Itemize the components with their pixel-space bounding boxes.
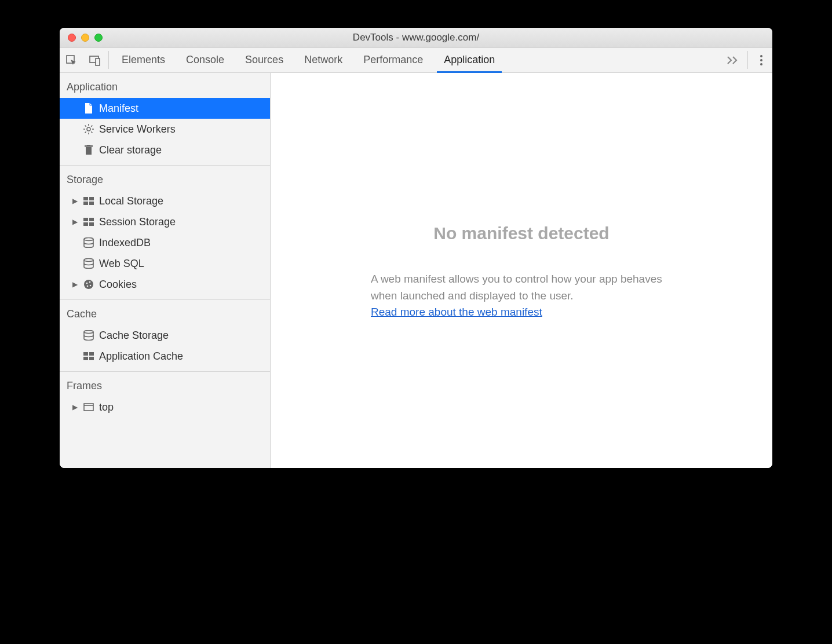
window-icon	[83, 401, 94, 413]
svg-line-13	[85, 131, 86, 133]
close-window-button[interactable]	[68, 34, 76, 42]
device-icon	[89, 54, 100, 66]
svg-rect-20	[83, 202, 88, 205]
read-more-link[interactable]: Read more about the web manifest	[371, 306, 542, 318]
tab-network[interactable]: Network	[294, 47, 353, 72]
description-text: A web manifest allows you to control how…	[371, 273, 662, 302]
sidebar-item-service-workers[interactable]: Service Workers	[60, 119, 270, 140]
sidebar-item-web-sql[interactable]: Web SQL	[60, 253, 270, 274]
svg-point-26	[84, 238, 93, 241]
disclosure-triangle-icon[interactable]: ▶	[71, 403, 78, 411]
svg-point-30	[89, 281, 91, 283]
sidebar-group-cache: Cache	[60, 300, 270, 325]
svg-rect-36	[83, 357, 88, 360]
tab-elements[interactable]: Elements	[111, 47, 176, 72]
svg-point-4	[760, 59, 762, 61]
inspect-icon	[65, 54, 77, 66]
sidebar-item-label: Application Cache	[99, 350, 183, 363]
sidebar-item-application-cache[interactable]: Application Cache	[60, 346, 270, 367]
toolbar-separator	[747, 51, 748, 69]
traffic-lights	[60, 34, 103, 42]
sidebar-item-session-storage[interactable]: ▶ Session Storage	[60, 211, 270, 232]
svg-rect-35	[89, 352, 94, 356]
sidebar-item-label: Service Workers	[99, 123, 176, 136]
database-icon	[83, 258, 94, 269]
device-toolbar-button[interactable]	[83, 47, 106, 72]
kebab-icon	[760, 54, 763, 66]
sidebar-item-clear-storage[interactable]: Clear storage	[60, 140, 270, 160]
devtools-window: DevTools - www.google.com/ Elements Cons…	[60, 28, 772, 468]
svg-line-14	[91, 126, 92, 127]
sidebar-group-frames: Frames	[60, 372, 270, 397]
svg-point-28	[84, 280, 93, 289]
database-icon	[83, 330, 94, 341]
no-manifest-description: A web manifest allows you to control how…	[371, 271, 672, 321]
sidebar-group-application: Application	[60, 73, 270, 98]
devtools-body: Application Manifest Service Workers	[60, 73, 772, 468]
no-manifest-heading: No manifest detected	[433, 224, 609, 243]
zoom-window-button[interactable]	[94, 34, 103, 42]
gear-icon	[83, 123, 94, 135]
titlebar: DevTools - www.google.com/	[60, 28, 772, 47]
tab-console[interactable]: Console	[176, 47, 235, 72]
svg-rect-24	[83, 222, 88, 226]
svg-rect-34	[83, 352, 88, 356]
devtools-tabs: Elements Console Sources Network Perform…	[111, 47, 721, 72]
svg-point-29	[86, 283, 88, 284]
table-icon	[83, 195, 94, 207]
sidebar-item-top-frame[interactable]: ▶ top	[60, 397, 270, 418]
svg-rect-38	[84, 404, 93, 411]
sidebar-item-cache-storage[interactable]: Cache Storage	[60, 325, 270, 346]
tab-sources[interactable]: Sources	[235, 47, 294, 72]
disclosure-triangle-icon[interactable]: ▶	[71, 280, 78, 288]
sidebar-item-manifest[interactable]: Manifest	[60, 98, 270, 119]
tab-performance[interactable]: Performance	[353, 47, 433, 72]
minimize-window-button[interactable]	[81, 34, 89, 42]
svg-point-6	[87, 127, 90, 131]
table-icon	[83, 350, 94, 362]
sidebar-item-label: Web SQL	[99, 258, 144, 270]
disclosure-triangle-icon[interactable]: ▶	[71, 197, 78, 205]
svg-rect-37	[89, 357, 94, 360]
sidebar-item-label: Clear storage	[99, 144, 162, 156]
table-icon	[83, 216, 94, 228]
toolbar-separator	[108, 51, 109, 69]
sidebar-item-local-storage[interactable]: ▶ Local Storage	[60, 191, 270, 211]
sidebar-item-indexeddb[interactable]: IndexedDB	[60, 232, 270, 253]
svg-rect-18	[83, 197, 88, 200]
sidebar-item-label: Cache Storage	[99, 330, 169, 342]
manifest-panel: No manifest detected A web manifest allo…	[271, 73, 772, 468]
more-tabs-button[interactable]	[721, 47, 745, 72]
trash-icon	[83, 144, 94, 156]
file-icon	[83, 103, 94, 114]
svg-point-33	[84, 331, 93, 334]
settings-menu-button[interactable]	[750, 47, 772, 72]
svg-rect-25	[89, 222, 94, 226]
devtools-toolbar: Elements Console Sources Network Perform…	[60, 47, 772, 73]
svg-point-3	[760, 55, 762, 57]
svg-rect-23	[89, 218, 94, 221]
svg-rect-2	[96, 58, 100, 65]
application-sidebar: Application Manifest Service Workers	[60, 73, 271, 468]
svg-point-5	[760, 63, 762, 65]
svg-rect-22	[83, 218, 88, 221]
svg-rect-19	[89, 197, 94, 200]
svg-line-12	[91, 131, 92, 133]
inspect-element-button[interactable]	[60, 47, 83, 72]
svg-rect-17	[87, 145, 90, 146]
sidebar-group-storage: Storage	[60, 166, 270, 191]
sidebar-item-label: top	[99, 401, 114, 414]
svg-rect-21	[89, 202, 94, 205]
sidebar-item-label: Cookies	[99, 279, 137, 291]
database-icon	[83, 237, 94, 248]
svg-rect-15	[86, 147, 92, 155]
disclosure-triangle-icon[interactable]: ▶	[71, 218, 78, 226]
svg-point-27	[84, 259, 93, 262]
window-title: DevTools - www.google.com/	[60, 32, 772, 43]
tab-application[interactable]: Application	[433, 47, 505, 72]
sidebar-item-label: Manifest	[99, 103, 138, 115]
sidebar-item-cookies[interactable]: ▶ Cookies	[60, 274, 270, 295]
sidebar-item-label: Local Storage	[99, 195, 163, 207]
svg-line-11	[85, 126, 86, 127]
chevron-double-right-icon	[727, 55, 739, 65]
